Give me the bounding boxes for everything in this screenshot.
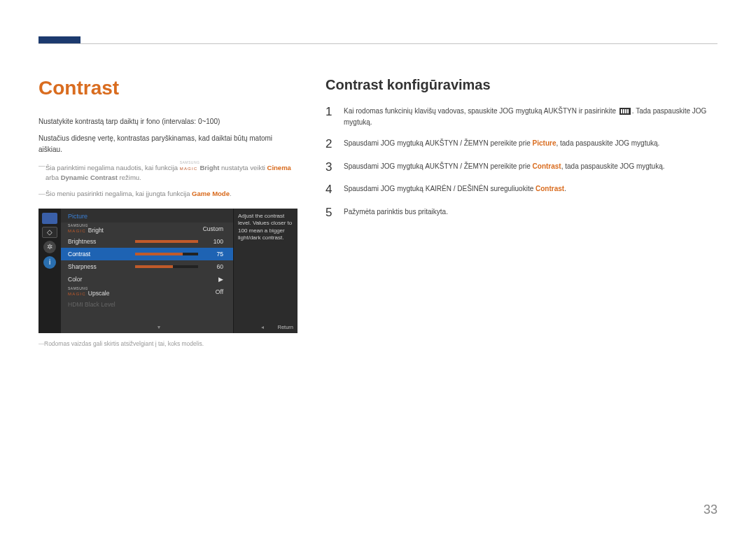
- osd-nav-left-icon: ◂: [261, 324, 264, 330]
- note1-b: nustatyta veikti: [219, 164, 267, 171]
- osd-sharpness-label: Sharpness: [68, 263, 124, 270]
- osd-row-hdmi: HDMI Black Level: [61, 298, 233, 311]
- page-number: 33: [704, 503, 718, 517]
- osd-main: Picture SAMSUNGMAGICBright Custom Bright…: [61, 209, 233, 333]
- step-1-text: Kai rodomas funkcinių klavišų vadovas, s…: [344, 106, 718, 128]
- step-3: 3 Spausdami JOG mygtuką AUKŠTYN / ŽEMYN …: [326, 161, 718, 174]
- osd-tab-info-icon[interactable]: i: [43, 256, 56, 269]
- step-2-text: Spausdami JOG mygtuką AUKŠTYN / ŽEMYN pe…: [344, 138, 718, 151]
- step-3-text: Spausdami JOG mygtuką AUKŠTYN / ŽEMYN pe…: [344, 161, 718, 174]
- note1-a: Šia parinktimi negalima naudotis, kai fu…: [46, 164, 180, 171]
- osd-help-panel: Adjust the contrast level. Values closer…: [233, 209, 298, 333]
- note2-a: Šio meniu pasirinkti negalima, kai įjung…: [46, 190, 192, 197]
- steps-list: 1 Kai rodomas funkcinių klavišų vadovas,…: [326, 106, 718, 220]
- page-title: Contrast: [38, 77, 298, 99]
- note-1: Šia parinktimi negalima naudotis, kai fu…: [38, 161, 298, 183]
- sharpness-slider: [135, 265, 198, 268]
- osd-magicbright-label: SAMSUNGMAGICBright: [68, 224, 124, 234]
- left-column: Contrast Nustatykite kontrastą tarp daik…: [38, 77, 298, 347]
- intro-line-2: Nustačius didesnę vertę, kontrastas pary…: [38, 133, 298, 155]
- brightness-slider: [135, 240, 198, 243]
- step-4-num: 4: [326, 183, 335, 197]
- osd-row-magicbright[interactable]: SAMSUNGMAGICBright Custom: [61, 223, 233, 235]
- step-2: 2 Spausdami JOG mygtuką AUKŠTYN / ŽEMYN …: [326, 138, 718, 151]
- intro-line-1: Nustatykite kontrastą tarp daiktų ir fon…: [38, 116, 298, 127]
- step-1: 1 Kai rodomas funkcinių klavišų vadovas,…: [326, 106, 718, 128]
- osd-tab-picture-icon[interactable]: [42, 213, 57, 224]
- osd-upscale-value: Off: [202, 288, 226, 295]
- osd-contrast-value: 75: [202, 251, 226, 258]
- osd-color-arrow: ▶: [202, 276, 226, 283]
- note2-b: .: [230, 190, 232, 197]
- osd-tab-settings-icon[interactable]: ✲: [43, 241, 56, 253]
- step-3-num: 3: [326, 161, 335, 174]
- osd-color-label: Color: [68, 276, 124, 283]
- osd-brightness-label: Brightness: [68, 238, 124, 245]
- contrast-slider: [135, 253, 198, 255]
- step-5: 5 Pažymėta parinktis bus pritaikyta.: [326, 206, 718, 220]
- osd-upscale-label: SAMSUNGMAGICUpscale: [68, 287, 124, 297]
- osd-hdmi-label: HDMI Black Level: [68, 301, 124, 308]
- step-4: 4 Spausdami JOG mygtuką KAIRĖN / DEŠINĖN…: [326, 183, 718, 197]
- right-column: Contrast konfigūravimas 1 Kai rodomas fu…: [326, 77, 718, 347]
- osd-magicbright-value: Custom: [202, 225, 226, 232]
- step-2-num: 2: [326, 138, 335, 151]
- osd-return-label[interactable]: Return: [277, 324, 293, 330]
- note1-dyn: Dynamic Contrast: [61, 174, 118, 181]
- note1-bright: Bright: [200, 164, 219, 171]
- osd-panel: ◇ ✲ i Picture SAMSUNGMAGICBright Custom …: [38, 209, 298, 333]
- header-rule: [38, 43, 718, 44]
- osd-row-brightness[interactable]: Brightness 100: [61, 235, 233, 248]
- osd-sharpness-value: 60: [202, 263, 226, 270]
- osd-header: Picture: [61, 209, 233, 223]
- osd-help-text: Adjust the contrast level. Values closer…: [238, 213, 293, 242]
- note-2: Šio meniu pasirinkti negalima, kai įjung…: [38, 189, 298, 199]
- osd-row-contrast[interactable]: Contrast 75: [61, 248, 233, 260]
- step-5-text: Pažymėta parinktis bus pritaikyta.: [344, 206, 718, 220]
- step-1-num: 1: [326, 106, 335, 128]
- step-5-num: 5: [326, 206, 335, 220]
- header-accent-block: [38, 36, 80, 43]
- magic-label: SAMSUNGMAGIC: [180, 161, 200, 171]
- note2-game: Game Mode: [192, 190, 230, 197]
- menu-icon: [620, 108, 631, 115]
- osd-row-sharpness[interactable]: Sharpness 60: [61, 260, 233, 273]
- osd-sidebar: ◇ ✲ i: [38, 209, 61, 333]
- note1-d: režimu.: [118, 174, 141, 181]
- section-subtitle: Contrast konfigūravimas: [326, 77, 718, 93]
- note1-cinema: Cinema: [267, 164, 291, 171]
- step-4-text: Spausdami JOG mygtuką KAIRĖN / DEŠINĖN s…: [344, 183, 718, 197]
- note1-c: arba: [46, 174, 61, 181]
- osd-contrast-label: Contrast: [68, 251, 124, 258]
- columns: Contrast Nustatykite kontrastą tarp daik…: [38, 77, 718, 347]
- osd-row-color[interactable]: Color ▶: [61, 273, 233, 286]
- osd-row-upscale[interactable]: SAMSUNGMAGICUpscale Off: [61, 286, 233, 298]
- osd-brightness-value: 100: [202, 238, 226, 245]
- osd-tab-second-icon[interactable]: ◇: [42, 227, 57, 238]
- osd-caption: Rodomas vaizdas gali skirtis atsižvelgia…: [38, 340, 298, 347]
- osd-rows: SAMSUNGMAGICBright Custom Brightness 100…: [61, 223, 233, 333]
- page: Contrast Nustatykite kontrastą tarp daik…: [0, 0, 756, 534]
- osd-nav-down-icon: ▾: [158, 324, 160, 330]
